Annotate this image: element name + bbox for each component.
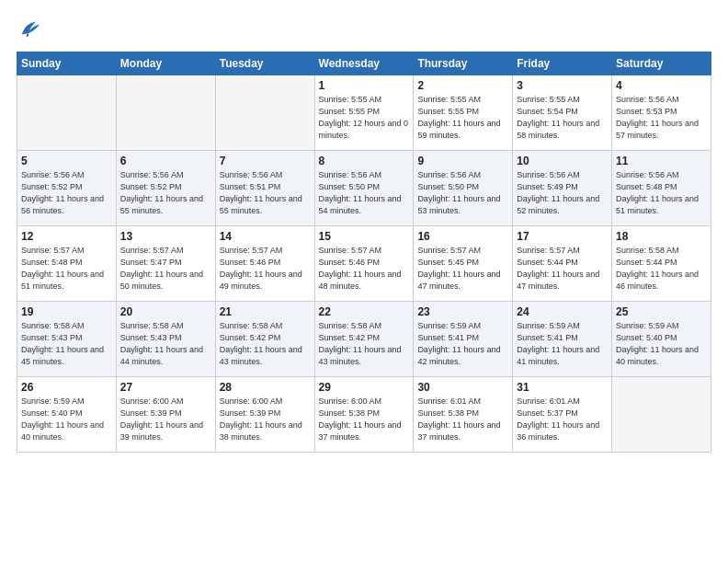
day-number: 10 [517, 155, 608, 167]
day-number: 9 [417, 155, 508, 167]
day-info: Sunrise: 5:56 AMSunset: 5:52 PMDaylight:… [120, 169, 211, 217]
day-number: 5 [21, 155, 112, 167]
day-info: Sunrise: 5:58 AMSunset: 5:42 PMDaylight:… [319, 320, 410, 368]
day-number: 7 [220, 155, 311, 167]
calendar-cell: 25Sunrise: 5:59 AMSunset: 5:40 PMDayligh… [612, 302, 711, 377]
calendar-cell: 28Sunrise: 6:00 AMSunset: 5:39 PMDayligh… [215, 377, 314, 453]
calendar-cell: 18Sunrise: 5:58 AMSunset: 5:44 PMDayligh… [612, 226, 711, 302]
calendar-week-2: 5Sunrise: 5:56 AMSunset: 5:52 PMDaylight… [17, 151, 711, 226]
logo-icon [17, 17, 42, 42]
day-number: 6 [120, 155, 211, 167]
day-info: Sunrise: 5:57 AMSunset: 5:48 PMDaylight:… [21, 245, 112, 293]
calendar-cell: 5Sunrise: 5:56 AMSunset: 5:52 PMDaylight… [17, 151, 117, 226]
day-number: 27 [120, 381, 211, 394]
day-number: 21 [220, 305, 311, 318]
day-number: 16 [417, 230, 508, 243]
day-info: Sunrise: 5:59 AMSunset: 5:40 PMDaylight:… [21, 396, 112, 443]
day-info: Sunrise: 5:56 AMSunset: 5:49 PMDaylight:… [517, 169, 608, 217]
day-info: Sunrise: 5:56 AMSunset: 5:53 PMDaylight:… [616, 94, 707, 142]
calendar-cell: 27Sunrise: 6:00 AMSunset: 5:39 PMDayligh… [116, 377, 215, 453]
calendar-cell [116, 75, 215, 151]
page-header [17, 17, 711, 42]
day-info: Sunrise: 5:58 AMSunset: 5:44 PMDaylight:… [616, 245, 707, 293]
calendar-cell: 24Sunrise: 5:59 AMSunset: 5:41 PMDayligh… [513, 302, 612, 377]
day-info: Sunrise: 5:56 AMSunset: 5:51 PMDaylight:… [220, 169, 311, 217]
day-number: 15 [319, 230, 410, 243]
calendar-cell: 1Sunrise: 5:55 AMSunset: 5:55 PMDaylight… [314, 75, 414, 151]
day-info: Sunrise: 5:58 AMSunset: 5:43 PMDaylight:… [120, 320, 211, 368]
calendar-cell: 30Sunrise: 6:01 AMSunset: 5:38 PMDayligh… [414, 377, 513, 453]
calendar-cell: 22Sunrise: 5:58 AMSunset: 5:42 PMDayligh… [314, 302, 414, 377]
calendar-cell: 20Sunrise: 5:58 AMSunset: 5:43 PMDayligh… [116, 302, 215, 377]
day-number: 25 [616, 305, 707, 318]
day-number: 8 [319, 155, 410, 167]
calendar-cell: 9Sunrise: 5:56 AMSunset: 5:50 PMDaylight… [414, 151, 513, 226]
day-number: 26 [21, 381, 112, 394]
calendar-table: SundayMondayTuesdayWednesdayThursdayFrid… [17, 52, 711, 453]
col-header-thursday: Thursday [414, 52, 513, 75]
day-info: Sunrise: 5:57 AMSunset: 5:45 PMDaylight:… [417, 245, 508, 293]
calendar-cell: 14Sunrise: 5:57 AMSunset: 5:46 PMDayligh… [215, 226, 314, 302]
calendar-cell [215, 75, 314, 151]
calendar-cell: 17Sunrise: 5:57 AMSunset: 5:44 PMDayligh… [513, 226, 612, 302]
day-number: 1 [319, 79, 410, 92]
calendar-week-3: 12Sunrise: 5:57 AMSunset: 5:48 PMDayligh… [17, 226, 711, 302]
calendar-cell: 12Sunrise: 5:57 AMSunset: 5:48 PMDayligh… [17, 226, 117, 302]
day-number: 31 [517, 381, 608, 394]
day-number: 2 [417, 79, 508, 92]
day-info: Sunrise: 5:56 AMSunset: 5:52 PMDaylight:… [21, 169, 112, 217]
day-number: 28 [220, 381, 311, 394]
calendar-cell: 6Sunrise: 5:56 AMSunset: 5:52 PMDaylight… [116, 151, 215, 226]
col-header-sunday: Sunday [17, 52, 117, 75]
col-header-friday: Friday [513, 52, 612, 75]
calendar-cell: 3Sunrise: 5:55 AMSunset: 5:54 PMDaylight… [513, 75, 612, 151]
day-number: 12 [21, 230, 112, 243]
day-info: Sunrise: 5:56 AMSunset: 5:48 PMDaylight:… [616, 169, 707, 217]
calendar-week-1: 1Sunrise: 5:55 AMSunset: 5:55 PMDaylight… [17, 75, 711, 151]
day-info: Sunrise: 5:56 AMSunset: 5:50 PMDaylight:… [319, 169, 410, 217]
calendar-cell: 8Sunrise: 5:56 AMSunset: 5:50 PMDaylight… [314, 151, 414, 226]
calendar-cell: 11Sunrise: 5:56 AMSunset: 5:48 PMDayligh… [612, 151, 711, 226]
calendar-header-row: SundayMondayTuesdayWednesdayThursdayFrid… [17, 52, 711, 75]
day-info: Sunrise: 5:57 AMSunset: 5:46 PMDaylight:… [220, 245, 311, 293]
col-header-wednesday: Wednesday [314, 52, 414, 75]
calendar-cell: 7Sunrise: 5:56 AMSunset: 5:51 PMDaylight… [215, 151, 314, 226]
calendar-cell: 16Sunrise: 5:57 AMSunset: 5:45 PMDayligh… [414, 226, 513, 302]
day-info: Sunrise: 5:55 AMSunset: 5:54 PMDaylight:… [517, 94, 608, 142]
day-number: 3 [517, 79, 608, 92]
day-info: Sunrise: 5:58 AMSunset: 5:42 PMDaylight:… [220, 320, 311, 368]
day-number: 29 [319, 381, 410, 394]
day-number: 20 [120, 305, 211, 318]
day-number: 23 [417, 305, 508, 318]
day-info: Sunrise: 6:00 AMSunset: 5:39 PMDaylight:… [120, 396, 211, 443]
day-number: 30 [417, 381, 508, 394]
day-info: Sunrise: 5:58 AMSunset: 5:43 PMDaylight:… [21, 320, 112, 368]
calendar-cell [612, 377, 711, 453]
day-info: Sunrise: 5:55 AMSunset: 5:55 PMDaylight:… [417, 94, 508, 142]
calendar-cell: 29Sunrise: 6:00 AMSunset: 5:38 PMDayligh… [314, 377, 414, 453]
col-header-saturday: Saturday [612, 52, 711, 75]
day-info: Sunrise: 6:01 AMSunset: 5:37 PMDaylight:… [517, 396, 608, 443]
day-info: Sunrise: 5:55 AMSunset: 5:55 PMDaylight:… [319, 94, 410, 142]
col-header-tuesday: Tuesday [215, 52, 314, 75]
calendar-cell: 21Sunrise: 5:58 AMSunset: 5:42 PMDayligh… [215, 302, 314, 377]
day-number: 22 [319, 305, 410, 318]
day-number: 17 [517, 230, 608, 243]
day-info: Sunrise: 5:59 AMSunset: 5:41 PMDaylight:… [417, 320, 508, 368]
calendar-cell: 4Sunrise: 5:56 AMSunset: 5:53 PMDaylight… [612, 75, 711, 151]
day-number: 13 [120, 230, 211, 243]
day-info: Sunrise: 6:00 AMSunset: 5:39 PMDaylight:… [220, 396, 311, 443]
calendar-cell: 15Sunrise: 5:57 AMSunset: 5:46 PMDayligh… [314, 226, 414, 302]
col-header-monday: Monday [116, 52, 215, 75]
calendar-cell [17, 75, 117, 151]
calendar-cell: 23Sunrise: 5:59 AMSunset: 5:41 PMDayligh… [414, 302, 513, 377]
calendar-cell: 13Sunrise: 5:57 AMSunset: 5:47 PMDayligh… [116, 226, 215, 302]
day-info: Sunrise: 5:57 AMSunset: 5:46 PMDaylight:… [319, 245, 410, 293]
day-number: 19 [21, 305, 112, 318]
calendar-cell: 31Sunrise: 6:01 AMSunset: 5:37 PMDayligh… [513, 377, 612, 453]
calendar-cell: 26Sunrise: 5:59 AMSunset: 5:40 PMDayligh… [17, 377, 117, 453]
calendar-week-5: 26Sunrise: 5:59 AMSunset: 5:40 PMDayligh… [17, 377, 711, 453]
day-number: 14 [220, 230, 311, 243]
calendar-week-4: 19Sunrise: 5:58 AMSunset: 5:43 PMDayligh… [17, 302, 711, 377]
calendar-cell: 10Sunrise: 5:56 AMSunset: 5:49 PMDayligh… [513, 151, 612, 226]
